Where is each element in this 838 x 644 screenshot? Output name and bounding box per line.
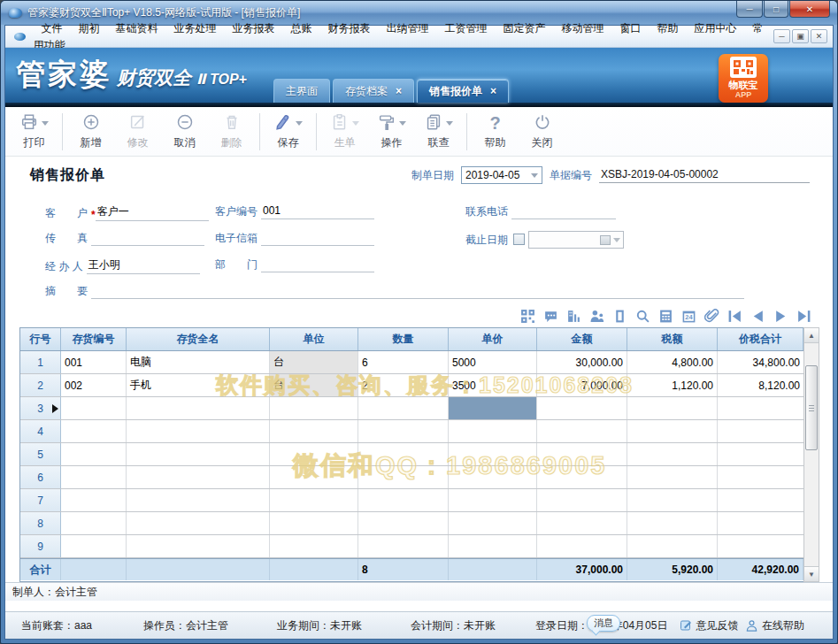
- message-bubble[interactable]: 消息: [587, 615, 620, 632]
- column-header[interactable]: 单价: [449, 328, 537, 350]
- table-row[interactable]: 1001电脑台6500030,000.004,800.0034,800.00: [20, 351, 803, 374]
- tab-close-icon[interactable]: ×: [396, 86, 402, 96]
- vertical-scrollbar[interactable]: ▲ ▼: [803, 327, 819, 582]
- last-record-icon[interactable]: [796, 310, 811, 323]
- email-input[interactable]: [261, 231, 374, 246]
- cell-unit[interactable]: [270, 489, 358, 511]
- tab-主界面[interactable]: 主界面: [273, 79, 330, 103]
- cell-total[interactable]: 34,800.00: [718, 351, 803, 373]
- chevron-down-icon[interactable]: [399, 121, 406, 126]
- iot-app-badge[interactable]: 物联宝 APP: [719, 54, 768, 103]
- menu-item-期初[interactable]: 期初: [70, 19, 107, 37]
- cell-price[interactable]: 5000: [449, 351, 537, 373]
- comment-icon[interactable]: [543, 309, 558, 324]
- cell-no[interactable]: 4: [20, 420, 61, 442]
- tab-销售报价单[interactable]: 销售报价单×: [417, 79, 509, 103]
- doc-date-select[interactable]: 2019-04-05: [461, 166, 542, 184]
- contact-person-icon[interactable]: [589, 309, 604, 324]
- cell-tax[interactable]: 1,120.00: [627, 374, 718, 396]
- deadline-checkbox[interactable]: [513, 234, 525, 245]
- help-button[interactable]: ?帮助: [472, 111, 519, 152]
- cell-no[interactable]: 2: [20, 374, 61, 396]
- cell-amount[interactable]: [537, 443, 627, 465]
- cell-amount[interactable]: 7,000.00: [537, 374, 627, 396]
- handler-input[interactable]: 王小明: [87, 257, 200, 274]
- calculator-icon[interactable]: [658, 309, 673, 324]
- cell-qty[interactable]: 6: [358, 351, 449, 373]
- customer-no-input[interactable]: 001: [261, 204, 374, 219]
- cell-code[interactable]: [61, 535, 127, 557]
- close-button[interactable]: 关闭: [519, 111, 565, 152]
- cell-unit[interactable]: [270, 512, 358, 534]
- search-icon[interactable]: [635, 309, 650, 324]
- cell-code[interactable]: [61, 397, 127, 419]
- memo-input[interactable]: [91, 284, 744, 299]
- minimize-button[interactable]: ─: [736, 1, 763, 18]
- cell-tax[interactable]: 4,800.00: [627, 351, 718, 373]
- menu-item-帮助[interactable]: 帮助: [649, 19, 686, 37]
- menu-item-业务报表[interactable]: 业务报表: [224, 19, 282, 37]
- cell-amount[interactable]: [537, 420, 627, 442]
- cell-amount[interactable]: [537, 535, 627, 557]
- column-header[interactable]: 税额: [627, 328, 718, 350]
- operate-button[interactable]: 操作: [368, 111, 415, 152]
- tab-存货档案[interactable]: 存货档案×: [333, 79, 414, 103]
- online-help-button[interactable]: 在线帮助: [745, 618, 804, 633]
- cell-amount[interactable]: [537, 489, 627, 511]
- prev-record-icon[interactable]: [750, 310, 765, 323]
- menu-item-出纳管理[interactable]: 出纳管理: [378, 19, 436, 37]
- cell-total[interactable]: [718, 489, 803, 511]
- fax-input[interactable]: [91, 231, 204, 246]
- cell-price[interactable]: [449, 512, 537, 534]
- cell-tax[interactable]: [627, 489, 718, 511]
- cell-name[interactable]: [127, 397, 270, 419]
- column-header[interactable]: 存货编号: [61, 328, 127, 350]
- cell-tax[interactable]: [627, 466, 718, 488]
- cell-code[interactable]: [61, 443, 127, 465]
- tab-close-icon[interactable]: ×: [490, 86, 496, 96]
- cell-qty[interactable]: [358, 466, 449, 488]
- cell-amount[interactable]: 30,000.00: [537, 351, 627, 373]
- add-button[interactable]: 新增: [67, 111, 114, 152]
- feedback-button[interactable]: 意见反馈: [680, 618, 738, 633]
- table-row[interactable]: 5: [20, 443, 803, 466]
- menu-item-总账[interactable]: 总账: [282, 19, 319, 37]
- cell-unit[interactable]: [270, 397, 358, 419]
- next-record-icon[interactable]: [773, 310, 788, 323]
- table-row[interactable]: 6: [20, 466, 803, 489]
- menu-item-固定资产[interactable]: 固定资产: [495, 19, 553, 37]
- cell-total[interactable]: [718, 397, 803, 419]
- cell-price[interactable]: [449, 443, 537, 465]
- cell-qty[interactable]: [358, 397, 449, 419]
- chevron-down-icon[interactable]: [42, 121, 49, 126]
- cell-code[interactable]: 002: [61, 374, 127, 396]
- cell-price[interactable]: [449, 535, 537, 557]
- cell-price[interactable]: [449, 466, 537, 488]
- menu-item-财务报表[interactable]: 财务报表: [319, 19, 378, 37]
- calendar-24-icon[interactable]: 24: [681, 309, 696, 324]
- mdi-close-button[interactable]: ✕: [811, 29, 827, 43]
- column-header[interactable]: 数量: [358, 328, 449, 350]
- column-header[interactable]: 价税合计: [718, 328, 803, 350]
- door-icon[interactable]: [612, 309, 627, 324]
- cell-total[interactable]: [718, 466, 803, 488]
- menu-item-文件[interactable]: 文件: [33, 19, 70, 37]
- menu-item-工资管理[interactable]: 工资管理: [436, 19, 495, 37]
- cancel-button[interactable]: 取消: [161, 111, 208, 152]
- save-button[interactable]: 保存: [265, 111, 311, 152]
- cell-unit[interactable]: [270, 466, 358, 488]
- cell-total[interactable]: [718, 512, 803, 534]
- cell-total[interactable]: 8,120.00: [718, 374, 803, 396]
- cell-tax[interactable]: [627, 397, 718, 419]
- cell-unit[interactable]: [270, 535, 358, 557]
- cell-unit[interactable]: [270, 443, 358, 465]
- attachment-icon[interactable]: [704, 309, 719, 324]
- table-row[interactable]: 2002手机台235007,000.001,120.008,120.00: [20, 374, 803, 397]
- cell-unit[interactable]: 台: [270, 374, 358, 396]
- column-header[interactable]: 行号: [20, 328, 61, 350]
- cell-amount[interactable]: [537, 397, 627, 419]
- phone-input[interactable]: [511, 204, 616, 219]
- chevron-down-icon[interactable]: [296, 121, 303, 126]
- cell-name[interactable]: 电脑: [127, 351, 270, 373]
- cell-no[interactable]: 9: [20, 535, 61, 557]
